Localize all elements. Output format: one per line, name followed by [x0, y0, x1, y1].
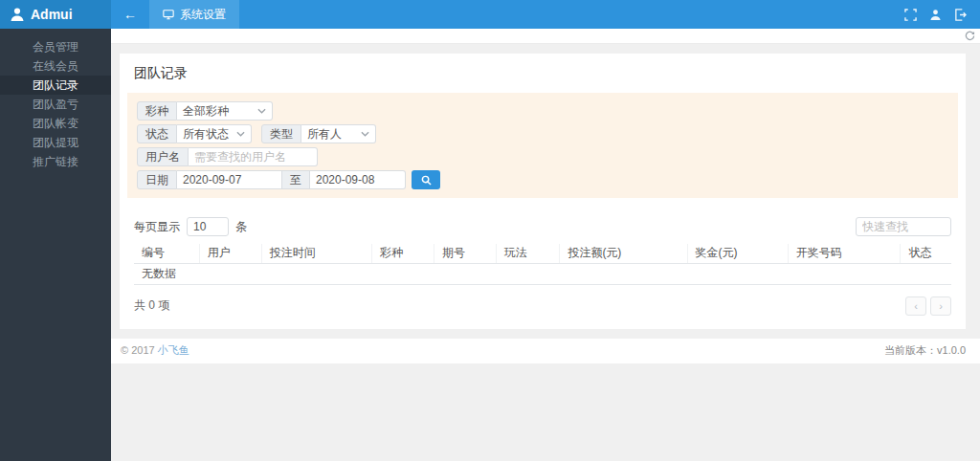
date-filter-group: 日期 至	[137, 170, 440, 189]
chevron-down-icon	[236, 131, 245, 137]
lottery-filter-group: 彩种 全部彩种	[137, 101, 273, 121]
next-page-button[interactable]: ›	[930, 296, 951, 316]
user-icon[interactable]	[929, 9, 942, 21]
status-selected-value: 所有状态	[183, 126, 229, 143]
logout-icon[interactable]	[954, 9, 967, 21]
column-header-id: 编号	[134, 244, 199, 263]
search-button[interactable]	[412, 170, 440, 189]
date-label: 日期	[137, 170, 177, 189]
table-footer: 共 0 项 ‹ ›	[120, 285, 966, 316]
sidebar-item-online-members[interactable]: 在线会员	[0, 56, 111, 76]
copyright-text: © 2017 小飞鱼	[121, 343, 189, 358]
topbar-nav: ← 系统设置	[111, 0, 904, 29]
page-size-input[interactable]	[187, 217, 229, 236]
username-input[interactable]	[189, 147, 318, 166]
lottery-select[interactable]: 全部彩种	[177, 101, 273, 121]
version-text: 当前版本：v1.0.0	[884, 343, 966, 358]
page-title: 团队记录	[120, 54, 966, 93]
background-filler	[111, 363, 980, 461]
quick-search-input[interactable]	[856, 217, 951, 236]
type-select[interactable]: 所有人	[301, 124, 376, 143]
chevron-down-icon	[257, 108, 266, 114]
copyright-year: © 2017	[121, 344, 155, 356]
column-header-bet-amount: 投注额(元)	[560, 244, 687, 263]
column-header-user: 用户	[199, 244, 261, 263]
date-from-input[interactable]	[177, 170, 282, 189]
type-selected-value: 所有人	[307, 126, 342, 143]
page-size-suffix: 条	[235, 219, 247, 235]
search-icon	[421, 175, 432, 186]
date-to-label: 至	[282, 170, 310, 189]
brand-footer-link[interactable]: 小飞鱼	[158, 344, 189, 356]
refresh-icon[interactable]	[965, 31, 975, 41]
username-label: 用户名	[137, 147, 189, 166]
column-header-play: 玩法	[496, 244, 560, 263]
pagination: ‹ ›	[905, 296, 951, 316]
app-footer: © 2017 小飞鱼 当前版本：v1.0.0	[111, 339, 980, 363]
tab-system-settings[interactable]: 系统设置	[149, 0, 239, 29]
status-filter-group: 状态 所有状态	[137, 124, 252, 143]
status-select[interactable]: 所有状态	[177, 124, 252, 143]
sidebar-item-team-records[interactable]: 团队记录	[0, 76, 111, 95]
username-filter-group: 用户名	[137, 147, 318, 166]
lottery-selected-value: 全部彩种	[183, 103, 229, 120]
topbar: Admui ← 系统设置	[0, 0, 980, 29]
total-count: 共 0 项	[134, 297, 169, 314]
column-header-prize: 奖金(元)	[687, 244, 788, 263]
page-size-control: 每页显示 条	[134, 217, 247, 236]
tab-tools-strip	[111, 29, 980, 44]
sidebar-item-member-management[interactable]: 会员管理	[0, 37, 111, 56]
table-row: 无数据	[134, 263, 951, 284]
sidebar-item-promotion-link[interactable]: 推广链接	[0, 152, 111, 171]
monitor-icon	[163, 9, 174, 20]
main-content: 团队记录 彩种 全部彩种 状态 所有状	[111, 29, 980, 461]
table-header-row: 编号 用户 投注时间 彩种 期号 玩法 投注额(元) 奖金(元) 开奖号码 状态	[134, 244, 951, 263]
column-header-status: 状态	[901, 244, 951, 263]
prev-page-button[interactable]: ‹	[905, 296, 926, 316]
lottery-label: 彩种	[137, 101, 177, 121]
empty-data-cell: 无数据	[134, 263, 951, 284]
column-header-bet-time: 投注时间	[261, 244, 371, 263]
brand-name: Admui	[31, 7, 73, 22]
sidebar-item-team-profit-loss[interactable]: 团队盈亏	[0, 95, 111, 114]
type-filter-group: 类型 所有人	[261, 124, 376, 143]
topbar-actions	[904, 0, 980, 29]
sidebar-item-team-withdrawals[interactable]: 团队提现	[0, 133, 111, 152]
records-table: 编号 用户 投注时间 彩种 期号 玩法 投注额(元) 奖金(元) 开奖号码 状态	[134, 244, 951, 285]
type-label: 类型	[261, 124, 301, 143]
chevron-right-icon: ›	[939, 300, 943, 312]
app-logo[interactable]: Admui	[0, 0, 111, 29]
date-to-input[interactable]	[310, 170, 406, 189]
filter-panel: 彩种 全部彩种 状态 所有状态	[127, 93, 958, 198]
column-header-issue: 期号	[434, 244, 496, 263]
fullscreen-icon[interactable]	[904, 9, 917, 21]
column-header-draw-number: 开奖号码	[788, 244, 901, 263]
table-toolbar: 每页显示 条	[120, 217, 966, 236]
sidebar-item-team-account-changes[interactable]: 团队帐变	[0, 114, 111, 133]
sidebar: 会员管理 在线会员 团队记录 团队盈亏 团队帐变 团队提现 推广链接	[0, 29, 111, 461]
team-records-card: 团队记录 彩种 全部彩种 状态 所有状	[120, 54, 966, 329]
chevron-left-icon: ‹	[914, 300, 918, 312]
status-label: 状态	[137, 124, 177, 143]
tab-label: 系统设置	[180, 7, 226, 23]
column-header-lottery: 彩种	[371, 244, 434, 263]
page-size-prefix: 每页显示	[134, 219, 180, 235]
back-arrow-button[interactable]: ←	[111, 0, 149, 29]
chevron-down-icon	[361, 131, 369, 137]
person-logo-icon	[10, 7, 25, 22]
